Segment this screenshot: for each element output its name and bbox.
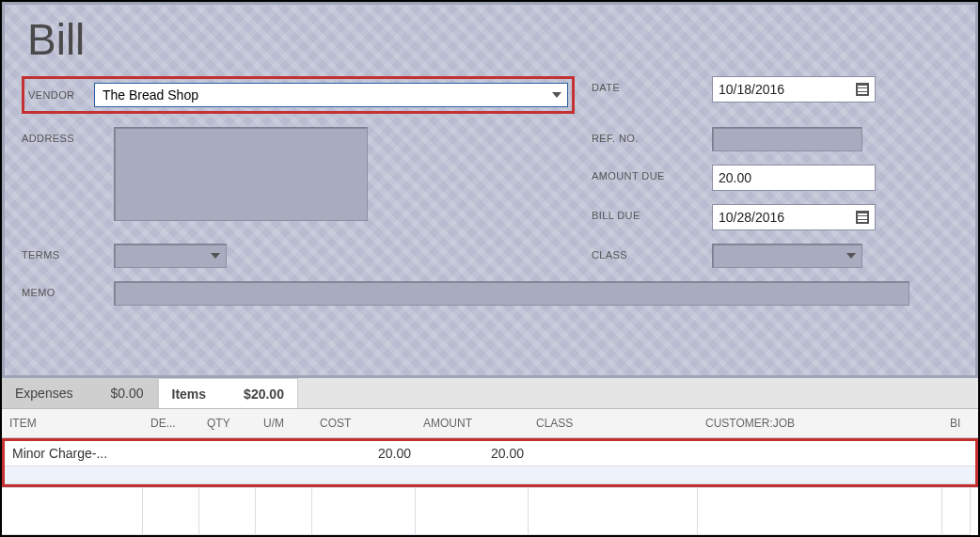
vendor-combo[interactable]: [94, 83, 568, 107]
memo-label: MEMO: [22, 281, 97, 298]
col-bill[interactable]: BI: [942, 417, 971, 430]
amount-due-value: 20.00: [719, 170, 751, 185]
date-value: 10/18/2016: [719, 82, 784, 97]
calendar-icon[interactable]: [856, 83, 869, 96]
cell-amount[interactable]: 20.00: [419, 446, 531, 461]
col-desc[interactable]: DE...: [143, 417, 199, 430]
tab-items-label: Items: [172, 387, 207, 402]
address-field[interactable]: [114, 127, 368, 221]
tab-expenses[interactable]: Expenses $0.00: [2, 378, 158, 408]
cell-cost[interactable]: 20.00: [315, 446, 419, 461]
tab-items-amount: $20.00: [244, 387, 284, 402]
tab-expenses-label: Expenses: [15, 386, 72, 401]
calendar-icon[interactable]: [856, 211, 869, 224]
tab-items[interactable]: Items $20.00: [158, 378, 298, 408]
items-row-highlight: Minor Charge-... 20.00 20.00: [2, 438, 978, 487]
date-label: DATE: [592, 76, 695, 93]
refno-label: REF. NO.: [592, 127, 695, 144]
col-um[interactable]: U/M: [256, 417, 312, 430]
memo-field[interactable]: [114, 281, 909, 306]
chevron-down-icon[interactable]: [552, 92, 561, 98]
cell-item[interactable]: Minor Charge-...: [5, 446, 146, 461]
chevron-down-icon[interactable]: [211, 253, 220, 259]
vendor-label: VENDOR: [28, 89, 94, 101]
bill-form: VENDOR DATE 10/18/2016 ADDRESS REF. NO. …: [22, 76, 958, 306]
chevron-down-icon[interactable]: [846, 253, 856, 259]
amount-due-field[interactable]: 20.00: [712, 165, 876, 191]
bill-due-field[interactable]: 10/28/2016: [712, 204, 876, 230]
class-dropdown[interactable]: [712, 244, 862, 268]
vendor-input[interactable]: [101, 87, 552, 103]
tab-expenses-amount: $0.00: [110, 386, 143, 401]
tabs: Expenses $0.00 Items $20.00: [2, 378, 978, 409]
refno-field[interactable]: [712, 127, 862, 151]
amount-due-label: AMOUNT DUE: [592, 165, 695, 182]
page-title: Bill: [27, 14, 958, 65]
items-columns: ITEM DE... QTY U/M COST AMOUNT CLASS CUS…: [2, 409, 978, 438]
table-row[interactable]: Minor Charge-... 20.00 20.00: [5, 441, 975, 466]
date-field[interactable]: 10/18/2016: [712, 76, 876, 103]
address-label: ADDRESS: [22, 127, 97, 144]
col-amount[interactable]: AMOUNT: [416, 417, 529, 430]
col-cost[interactable]: COST: [312, 417, 416, 430]
table-row[interactable]: [5, 466, 975, 484]
col-customer-job[interactable]: CUSTOMER:JOB: [698, 417, 942, 430]
terms-dropdown[interactable]: [114, 244, 227, 268]
col-class[interactable]: CLASS: [529, 417, 698, 430]
terms-label: TERMS: [22, 244, 97, 261]
col-qty[interactable]: QTY: [199, 417, 256, 430]
bill-window: Bill VENDOR DATE 10/18/2016 ADDRESS REF.…: [0, 0, 980, 537]
class-label: CLASS: [592, 244, 695, 261]
bill-due-value: 10/28/2016: [719, 210, 784, 225]
col-item[interactable]: ITEM: [2, 417, 143, 430]
vendor-highlight: VENDOR: [22, 76, 575, 114]
bill-panel: Bill VENDOR DATE 10/18/2016 ADDRESS REF.…: [2, 2, 978, 378]
items-grid-empty[interactable]: [2, 487, 978, 535]
bill-due-label: BILL DUE: [592, 204, 695, 221]
